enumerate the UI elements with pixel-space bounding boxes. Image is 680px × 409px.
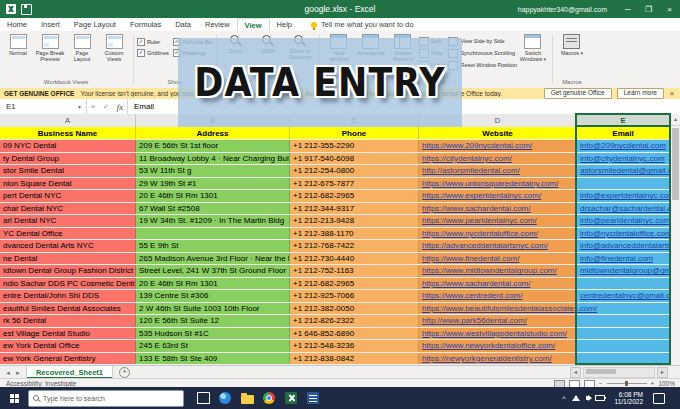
cell-B19[interactable]: 133 E 58th St Ste 409 [136, 353, 290, 365]
website-link[interactable]: https://www.westvillagedentalstudio.com/ [422, 329, 567, 338]
cell-C18[interactable]: +1 212-548-3236 [290, 340, 419, 352]
tab-help[interactable]: Help [270, 18, 299, 31]
close-button[interactable]: × [659, 0, 680, 18]
switch-windows-button[interactable]: Switch Windows ▾ [517, 33, 549, 63]
cell-B3[interactable]: 11 Broadway Lobby 4 · Near Charging Bull [136, 153, 290, 165]
vertical-scrollbar[interactable]: ▲ [670, 114, 680, 365]
zoom-level[interactable]: 100% [658, 380, 675, 387]
cell-B18[interactable]: 245 E 63rd St [136, 340, 290, 352]
tab-page-layout[interactable]: Page Layout [67, 18, 123, 31]
sheet-nav-right-icon[interactable]: ► [15, 370, 21, 376]
website-link[interactable]: https://www.209nycdental.com/ [422, 141, 532, 150]
view-button-normal[interactable]: Normal [2, 33, 34, 57]
cell-E11[interactable]: info@finedental.com [577, 253, 670, 265]
website-link[interactable]: https://www.finedental.com/ [422, 254, 519, 263]
get-genuine-office-button[interactable]: Get genuine Office [544, 88, 612, 99]
learn-more-button[interactable]: Learn more [617, 88, 664, 99]
cell-E4[interactable]: astorsmiledental@gmail.com [577, 165, 670, 177]
hscroll-left-icon[interactable]: ◄ [570, 367, 581, 378]
cell-C12[interactable]: +1 212-752-1163 [290, 265, 419, 277]
enter-icon[interactable]: ✓ [103, 103, 109, 111]
website-link[interactable]: http://www.park56dental.com/ [422, 316, 527, 325]
maximize-button[interactable]: ❐ [638, 0, 659, 18]
cell-A16[interactable]: rk 56 Dental [0, 315, 136, 327]
action-center-icon[interactable] [653, 393, 665, 404]
name-box-dropdown-icon[interactable]: ▼ [77, 104, 86, 110]
zoom-slider[interactable] [607, 383, 647, 384]
wifi-icon[interactable] [572, 395, 580, 401]
cell-D3[interactable]: https://citydentalnyc.com/ [419, 153, 577, 165]
cell-A7[interactable]: char Dental NYC [0, 203, 136, 215]
cell-E10[interactable]: info@advanceddentalartsnyc.com [577, 240, 670, 252]
insert-function-icon[interactable]: fx [117, 102, 123, 112]
website-link[interactable]: https://www.unionsquaredentalny.com/ [422, 179, 558, 188]
account-name[interactable]: happyakhter340@gmail.com [518, 6, 607, 13]
tab-formulas[interactable]: Formulas [123, 18, 168, 31]
cell-E7[interactable]: drsachar@sachardental.com [577, 203, 670, 215]
cell-A11[interactable]: ne Dental [0, 253, 136, 265]
zoom-slider-thumb[interactable] [625, 381, 628, 386]
cell-C8[interactable]: +1 212-213-9428 [290, 215, 419, 227]
tab-review[interactable]: Review [198, 18, 237, 31]
scroll-up-icon[interactable]: ▲ [671, 114, 680, 126]
cell-A9[interactable]: YC Dental Office [0, 228, 136, 240]
cell-C19[interactable]: +1 212-838-0842 [290, 353, 419, 365]
cell-E13[interactable] [577, 278, 670, 290]
name-box[interactable]: E1 ▼ [0, 99, 87, 114]
cell-D9[interactable]: https://www.nycdentaloffice.com/ [419, 228, 577, 240]
cell-A14[interactable]: entre Dental/John Shi DDS [0, 290, 136, 302]
excel-taskbar-button[interactable] [284, 391, 298, 405]
sheet-nav-left-icon[interactable]: ◄ [5, 370, 11, 376]
cell-D5[interactable]: https://www.unionsquaredentalny.com/ [419, 178, 577, 190]
column-header-A[interactable]: A [0, 114, 136, 127]
cell-E5[interactable] [577, 178, 670, 190]
cell-C10[interactable]: +1 212-768-7422 [290, 240, 419, 252]
cell-E12[interactable]: midtowndentalgroup@gmail.com [577, 265, 670, 277]
cell-E18[interactable] [577, 340, 670, 352]
email-link[interactable]: astorsmiledental@gmail.com [580, 166, 670, 175]
header-cell-phone[interactable]: Phone [290, 127, 419, 139]
tab-view[interactable]: View [237, 18, 270, 31]
cancel-icon[interactable]: × [91, 103, 95, 110]
email-link[interactable]: midtowndentalgroup@gmail.com [580, 266, 670, 275]
cell-C2[interactable]: +1 212-355-2290 [290, 140, 419, 152]
cell-D8[interactable]: https://www.pearldentalnyc.com/ [419, 215, 577, 227]
website-link[interactable]: https://www.expertdentalnyc.com/ [422, 191, 541, 200]
cell-D13[interactable]: https://www.sachardental.com/ [419, 278, 577, 290]
cell-D4[interactable]: http://astorsmiledental.com/ [419, 165, 577, 177]
cell-A5[interactable]: nion Square Dental [0, 178, 136, 190]
email-link[interactable]: centredentalnyc@gmail.com [580, 291, 670, 300]
cell-E19[interactable] [577, 353, 670, 365]
cell-E6[interactable]: info@expertdentalnyc.com [577, 190, 670, 202]
cell-C17[interactable]: +1 646-852-6890 [290, 328, 419, 340]
accessibility-status[interactable]: Accessibility: Investigate [0, 380, 76, 387]
website-link[interactable]: https://www.pearldentalnyc.com/ [422, 216, 537, 225]
volume-icon[interactable] [586, 396, 589, 400]
zoom-in-button[interactable]: + [651, 380, 655, 387]
cell-B9[interactable] [136, 228, 290, 240]
cell-A12[interactable]: idtown Dental Group Fashion District [0, 265, 136, 277]
cell-C14[interactable]: +1 212-925-7066 [290, 290, 419, 302]
website-link[interactable]: http://astorsmiledental.com/ [422, 166, 520, 175]
email-link[interactable]: info@advanceddentalartsnyc.com [580, 241, 670, 250]
email-link[interactable]: info@finedental.com [580, 254, 653, 263]
cell-D17[interactable]: https://www.westvillagedentalstudio.com/ [419, 328, 577, 340]
task-view-button[interactable] [196, 391, 210, 405]
email-link[interactable]: info@nycdentaloffice.com [580, 229, 670, 238]
file-explorer-button[interactable] [240, 391, 254, 405]
cell-B10[interactable]: 55 E 9th St [136, 240, 290, 252]
email-link[interactable]: info@citydentalnyc.com [580, 154, 665, 163]
cell-B6[interactable]: 20 E 46th St Rm 1301 [136, 190, 290, 202]
website-link[interactable]: https://www.midtowndentalgroup.com/ [422, 266, 557, 275]
website-link[interactable]: https://www.newyorkdentaloffice.com/ [422, 341, 555, 350]
cell-D12[interactable]: https://www.midtowndentalgroup.com/ [419, 265, 577, 277]
cell-D7[interactable]: https://www.sachardental.com/ [419, 203, 577, 215]
taskbar-clock[interactable]: 6:08 PM 11/1/2022 [611, 391, 647, 406]
cell-C3[interactable]: +1 917-540-6098 [290, 153, 419, 165]
cell-B5[interactable]: 29 W 19th St #1 [136, 178, 290, 190]
cell-B12[interactable]: Street Level, 241 W 37th St Ground Floor [136, 265, 290, 277]
cell-A10[interactable]: dvanced Dental Arts NYC [0, 240, 136, 252]
email-link[interactable]: info@expertdentalnyc.com [580, 191, 670, 200]
header-cell-business-name[interactable]: Business Name [0, 127, 136, 139]
checkbox-ruler[interactable]: ✓Ruler [137, 36, 169, 47]
